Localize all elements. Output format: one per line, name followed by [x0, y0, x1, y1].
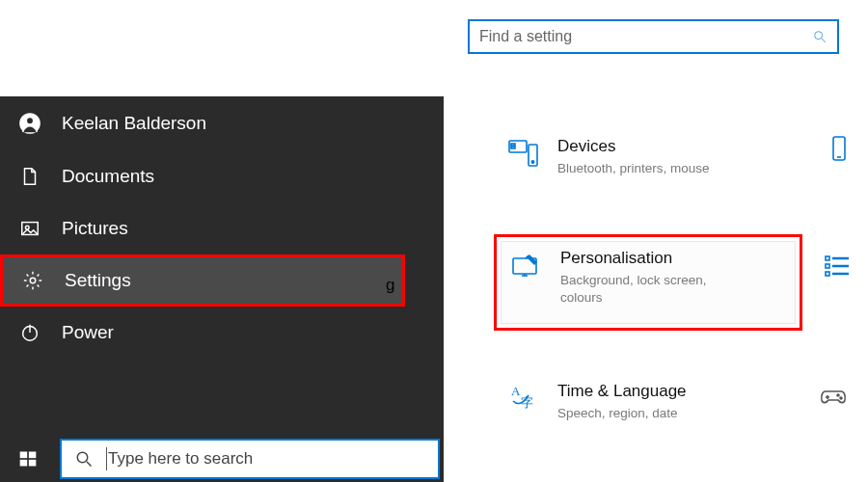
start-documents-label: Documents	[62, 166, 154, 187]
taskbar-search-input[interactable]	[106, 447, 424, 470]
start-user-tile[interactable]: Keelan Balderson	[0, 96, 444, 150]
gaming-icon[interactable]	[820, 382, 847, 409]
start-pictures-label: Pictures	[62, 218, 128, 239]
settings-tile-time-language[interactable]: A字 Time & Language Speech, region, date	[494, 370, 802, 434]
start-user-name: Keelan Balderson	[62, 113, 206, 134]
tile-title: Personalisation	[560, 249, 744, 268]
devices-icon	[507, 137, 540, 170]
svg-rect-11	[20, 460, 28, 467]
svg-rect-12	[29, 460, 37, 467]
svg-rect-28	[826, 256, 829, 260]
start-settings[interactable]: Settings	[0, 254, 405, 307]
apps-list-icon[interactable]	[824, 253, 851, 280]
user-icon	[19, 113, 41, 134]
start-power-label: Power	[62, 322, 114, 343]
time-language-icon: A字	[507, 382, 540, 415]
settings-tile-personalisation[interactable]: Personalisation Background, lock screen,…	[494, 234, 802, 331]
svg-point-36	[837, 394, 839, 396]
svg-rect-30	[826, 264, 829, 268]
svg-point-3	[26, 118, 33, 124]
tile-sub: Speech, region, date	[557, 405, 687, 422]
tile-title: Time & Language	[557, 382, 687, 401]
document-icon	[19, 166, 41, 187]
search-icon	[812, 29, 827, 44]
settings-tile-devices[interactable]: Devices Bluetooth, printers, mouse	[494, 125, 802, 189]
find-setting-search[interactable]	[468, 19, 839, 54]
tile-text: Time & Language Speech, region, date	[557, 382, 687, 422]
find-setting-input[interactable]	[479, 28, 812, 45]
start-power[interactable]: Power	[0, 307, 444, 359]
start-documents[interactable]: Documents	[0, 150, 444, 202]
svg-rect-17	[511, 144, 515, 146]
svg-rect-32	[826, 272, 829, 276]
start-pictures[interactable]: Pictures	[0, 202, 444, 254]
svg-rect-9	[20, 452, 28, 459]
start-settings-label: Settings	[65, 270, 131, 291]
power-icon	[19, 322, 41, 343]
tile-text: Devices Bluetooth, printers, mouse	[557, 137, 710, 177]
svg-point-19	[531, 161, 533, 163]
picture-icon	[19, 218, 41, 239]
tile-sub: Bluetooth, printers, mouse	[557, 160, 710, 177]
tile-text: Personalisation Background, lock screen,…	[560, 249, 744, 307]
svg-rect-18	[511, 147, 515, 148]
phone-icon[interactable]	[826, 135, 853, 162]
svg-text:A: A	[511, 384, 521, 398]
svg-point-37	[840, 397, 842, 399]
svg-line-1	[822, 39, 826, 42]
tile-title: Devices	[557, 137, 710, 156]
svg-point-6	[30, 278, 36, 283]
taskbar-search[interactable]	[60, 439, 440, 479]
svg-line-14	[87, 462, 92, 467]
svg-point-13	[77, 452, 88, 463]
start-menu: Keelan Balderson Documents Pictures Sett…	[0, 96, 444, 482]
personalisation-icon	[510, 249, 543, 281]
search-icon	[75, 450, 93, 468]
tile-sub: Background, lock screen, colours	[560, 272, 744, 307]
svg-rect-10	[29, 452, 37, 459]
gear-icon	[22, 270, 43, 291]
start-button[interactable]	[0, 436, 56, 482]
windows-icon	[18, 449, 38, 469]
svg-point-0	[815, 32, 823, 40]
stray-text: g	[386, 276, 394, 295]
taskbar	[0, 436, 444, 482]
